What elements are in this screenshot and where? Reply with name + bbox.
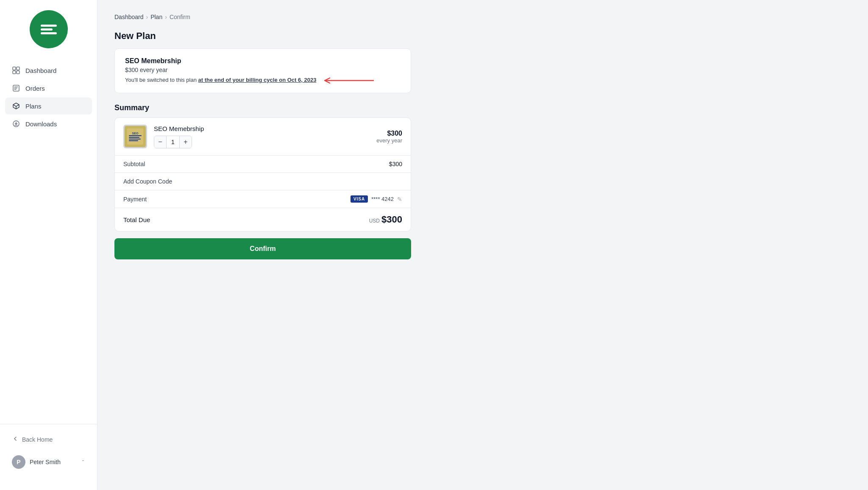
visa-badge: VISA [351, 195, 368, 203]
svg-rect-5 [13, 71, 16, 74]
product-price: $300 [376, 130, 402, 137]
subtotal-value: $300 [389, 161, 402, 167]
product-row: SEO SEO Memebrship − 1 + $300 every year [115, 118, 411, 156]
plan-info-card: SEO Memebrship $300 every year You'll be… [114, 48, 411, 93]
total-label: Total Due [123, 216, 150, 223]
product-name: SEO Memebrship [154, 125, 370, 132]
page-title: New Plan [114, 31, 851, 42]
sidebar: Dashboard Orders Plans [0, 0, 97, 490]
total-value-group: USD $300 [369, 214, 402, 225]
svg-rect-14 [129, 137, 139, 138]
breadcrumb-dashboard[interactable]: Dashboard [114, 14, 144, 20]
svg-rect-2 [41, 32, 57, 34]
back-home-label: Back Home [22, 436, 53, 443]
svg-rect-4 [17, 67, 19, 70]
subtotal-label: Subtotal [123, 161, 145, 167]
downloads-icon [12, 120, 20, 128]
breadcrumb-confirm: Confirm [170, 14, 190, 20]
svg-rect-16 [129, 140, 138, 141]
svg-rect-0 [41, 25, 57, 27]
quantity-value: 1 [166, 136, 180, 148]
sidebar-item-label: Plans [25, 103, 42, 110]
quantity-decrease-button[interactable]: − [154, 136, 166, 148]
total-currency: USD [369, 218, 380, 224]
orders-icon [12, 84, 20, 92]
sidebar-item-orders[interactable]: Orders [5, 80, 92, 97]
logo-area [0, 10, 97, 62]
plan-notice-prefix: You'll be switched to this plan [125, 77, 198, 83]
coupon-link[interactable]: Add Coupon Code [123, 178, 172, 185]
breadcrumb-sep-1: › [146, 14, 148, 20]
plans-icon [12, 102, 20, 110]
svg-rect-13 [129, 135, 142, 136]
back-home-link[interactable]: Back Home [5, 431, 92, 448]
sidebar-item-dashboard[interactable]: Dashboard [5, 62, 92, 79]
product-thumbnail: SEO [123, 125, 147, 148]
plan-name: SEO Memebrship [125, 57, 401, 65]
user-profile-row[interactable]: P Peter Smith ⌃ [5, 451, 92, 473]
plan-notice-highlighted: at the end of your billing cycle on Oct … [198, 77, 317, 83]
summary-card: SEO SEO Memebrship − 1 + $300 every year [114, 117, 411, 231]
sidebar-item-plans[interactable]: Plans [5, 97, 92, 114]
confirm-button[interactable]: Confirm [114, 238, 411, 259]
user-name: Peter Smith [30, 459, 77, 465]
plan-price: $300 every year [125, 67, 401, 73]
back-arrow-icon [12, 435, 19, 443]
payment-row: Payment VISA **** 4242 ✎ [115, 190, 411, 208]
subtotal-row: Subtotal $300 [115, 156, 411, 173]
red-arrow-annotation [324, 77, 375, 84]
product-period: every year [376, 137, 402, 144]
breadcrumb-plan[interactable]: Plan [150, 14, 162, 20]
svg-rect-1 [41, 28, 53, 31]
payment-label: Payment [123, 196, 147, 203]
svg-rect-15 [129, 139, 141, 139]
dashboard-icon [12, 66, 20, 75]
quantity-increase-button[interactable]: + [180, 136, 192, 148]
total-row: Total Due USD $300 [115, 208, 411, 231]
payment-info: VISA **** 4242 ✎ [351, 195, 402, 203]
product-info: SEO Memebrship − 1 + [154, 125, 370, 148]
svg-text:SEO: SEO [132, 132, 139, 135]
total-amount: $300 [381, 214, 402, 225]
coupon-row: Add Coupon Code [115, 173, 411, 190]
chevron-up-icon: ⌃ [81, 459, 85, 465]
sidebar-item-label: Dashboard [25, 67, 56, 74]
svg-rect-11 [127, 128, 143, 145]
plan-notice: You'll be switched to this plan at the e… [125, 77, 401, 84]
svg-rect-6 [17, 71, 19, 74]
sidebar-item-label: Orders [25, 85, 45, 92]
quantity-control: − 1 + [154, 136, 192, 148]
sidebar-item-label: Downloads [25, 120, 57, 128]
avatar: P [12, 455, 25, 469]
edit-payment-icon[interactable]: ✎ [397, 196, 402, 203]
product-price-column: $300 every year [376, 130, 402, 144]
breadcrumb-sep-2: › [165, 14, 167, 20]
summary-title: Summary [114, 103, 851, 112]
logo-icon [30, 10, 68, 48]
card-number: **** 4242 [371, 196, 394, 202]
svg-rect-3 [13, 67, 16, 70]
breadcrumb: Dashboard › Plan › Confirm [114, 14, 851, 20]
sidebar-item-downloads[interactable]: Downloads [5, 115, 92, 132]
main-content: Dashboard › Plan › Confirm New Plan SEO … [97, 0, 868, 490]
nav-menu: Dashboard Orders Plans [0, 62, 97, 424]
sidebar-bottom: Back Home P Peter Smith ⌃ [0, 424, 97, 480]
